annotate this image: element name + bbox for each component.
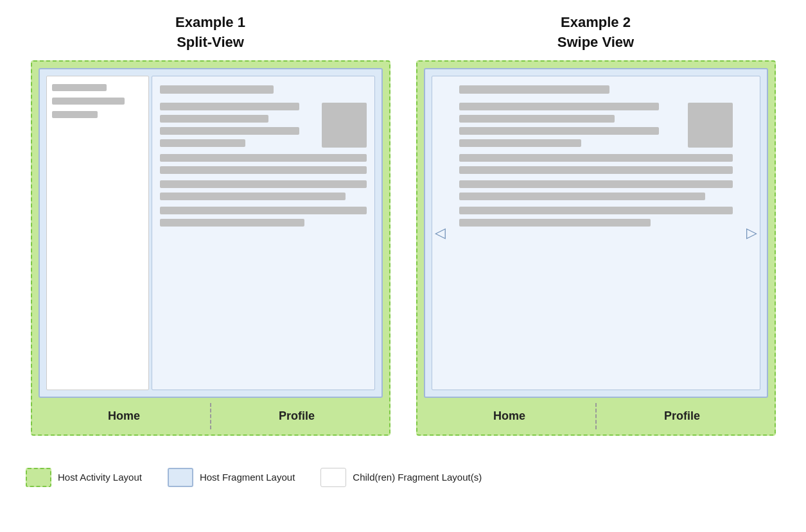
- legend-label-white: Child(ren) Fragment Layout(s): [353, 472, 482, 483]
- left-bar-2: [52, 98, 125, 105]
- swipe-bar-group-2: [459, 154, 733, 174]
- example1-split-inner: [46, 76, 375, 390]
- right-panel-title: [160, 85, 367, 94]
- legend-row: Host Activity Layout Host Fragment Layou…: [13, 468, 793, 487]
- title-bar: [160, 85, 274, 94]
- example2-nav-profile[interactable]: Profile: [597, 398, 768, 434]
- bar-group-3: [160, 180, 367, 200]
- legend-box-blue: [168, 468, 193, 487]
- bar-g3-2: [160, 193, 346, 200]
- bar-g2-2: [160, 166, 367, 174]
- legend-box-white: [320, 468, 346, 487]
- swipe-cb-1: [459, 103, 659, 110]
- example2-swipe-inner: ◁: [432, 76, 760, 390]
- swipe-bar-group-4: [459, 207, 733, 227]
- swipe-bg4-1: [459, 207, 733, 214]
- swipe-left-arrow[interactable]: ◁: [435, 225, 446, 241]
- example2-host-activity: ◁: [416, 60, 776, 436]
- legend-label-blue: Host Fragment Layout: [200, 472, 295, 483]
- swipe-bg3-1: [459, 180, 733, 188]
- example1-right-panel: [152, 76, 375, 390]
- bar-g3-1: [160, 180, 367, 188]
- example1-host-fragment: [39, 68, 383, 398]
- bar-g2-1: [160, 154, 367, 162]
- swipe-cb-3: [459, 127, 659, 135]
- example2-block: Example 2 Swipe View ◁: [416, 13, 776, 436]
- content-bar-1: [160, 103, 300, 110]
- legend-label-green: Host Activity Layout: [58, 472, 142, 483]
- swipe-right-arrow[interactable]: ▷: [746, 225, 757, 241]
- page-container: Example 1 Split-View: [13, 13, 793, 487]
- swipe-bg4-2: [459, 219, 651, 227]
- content-with-thumb: [160, 103, 367, 148]
- bar-g4-2: [160, 219, 304, 227]
- content-bar-4: [160, 139, 245, 147]
- swipe-content: [459, 85, 733, 381]
- example1-title-line2: Split-View: [177, 34, 244, 50]
- example2-title: Example 2 Swipe View: [557, 13, 634, 53]
- example1-block: Example 1 Split-View: [31, 13, 390, 436]
- content-bar-2: [160, 115, 268, 123]
- example1-nav-profile[interactable]: Profile: [211, 398, 383, 434]
- swipe-panel-title: [459, 85, 733, 94]
- content-bars: [160, 103, 315, 148]
- swipe-cb-2: [459, 115, 615, 123]
- bar-group-2: [160, 154, 367, 174]
- legend-item-white: Child(ren) Fragment Layout(s): [320, 468, 482, 487]
- swipe-title-bar: [459, 85, 609, 94]
- swipe-cb-4: [459, 139, 581, 147]
- example1-title-line1: Example 1: [175, 14, 245, 30]
- legend-box-green: [26, 468, 51, 487]
- example1-left-panel: [46, 76, 149, 390]
- legend-item-blue: Host Fragment Layout: [168, 468, 295, 487]
- swipe-bg3-2: [459, 193, 705, 200]
- swipe-bar-group-3: [459, 180, 733, 200]
- left-bar-1: [52, 84, 107, 91]
- bar-group-4: [160, 207, 367, 227]
- swipe-content-bars: [459, 103, 681, 148]
- example2-nav-bar: Home Profile: [424, 398, 768, 434]
- example1-title: Example 1 Split-View: [175, 13, 245, 53]
- bar-g4-1: [160, 207, 367, 214]
- examples-row: Example 1 Split-View: [13, 13, 793, 436]
- content-bar-3: [160, 127, 300, 135]
- swipe-bg2-2: [459, 166, 733, 174]
- swipe-content-with-thumb: [459, 103, 733, 148]
- thumbnail-1: [322, 103, 367, 148]
- swipe-thumbnail: [688, 103, 733, 148]
- swipe-bg2-1: [459, 154, 733, 162]
- example1-host-activity: Home Profile: [31, 60, 390, 436]
- example1-nav-home[interactable]: Home: [39, 398, 210, 434]
- example2-nav-home[interactable]: Home: [424, 398, 595, 434]
- example2-title-line1: Example 2: [561, 14, 631, 30]
- example1-nav-bar: Home Profile: [39, 398, 383, 434]
- example2-host-fragment: ◁: [424, 68, 768, 398]
- legend-item-green: Host Activity Layout: [26, 468, 142, 487]
- example2-title-line2: Swipe View: [557, 34, 634, 50]
- left-bar-3: [52, 111, 98, 118]
